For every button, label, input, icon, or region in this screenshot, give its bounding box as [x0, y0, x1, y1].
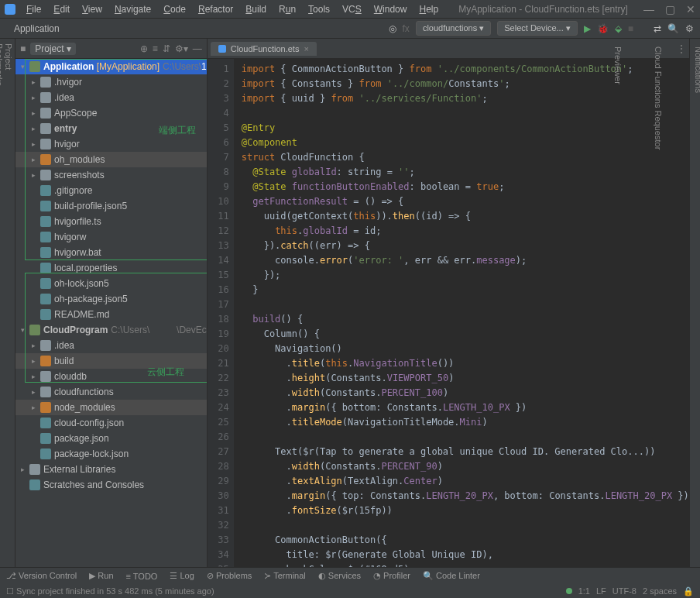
tree-row[interactable]: ▸.idea — [15, 338, 207, 353]
line-ending[interactable]: LF — [596, 586, 606, 596]
tab-label: CloudFunction.ets — [231, 44, 300, 53]
menu-help[interactable]: Help — [414, 2, 443, 16]
line-gutter: 1234567891011121314151617181920212223242… — [208, 59, 234, 567]
tree-row[interactable]: ▸.idea — [15, 90, 207, 105]
run-config-combo[interactable]: cloudfunctions ▾ — [416, 21, 491, 36]
menu-run[interactable]: Run — [274, 2, 300, 16]
tw-profiler[interactable]: ◔ Profiler — [373, 571, 410, 581]
device-combo[interactable]: Select Device... ▾ — [497, 21, 577, 36]
status-dot-icon — [566, 588, 572, 594]
lock-icon[interactable]: 🔒 — [683, 586, 694, 596]
tab-close-icon[interactable]: × — [304, 44, 308, 53]
tw-linter[interactable]: 🔍 Code Linter — [423, 571, 480, 581]
tree-row[interactable]: local.properties — [15, 260, 207, 276]
menu-edit[interactable]: Edit — [49, 2, 74, 16]
nav-toolbar: Application ◎ fx cloudfunctions ▾ Select… — [0, 19, 700, 39]
tw-problems[interactable]: ⊘ Problems — [207, 571, 252, 581]
app-logo-icon — [5, 4, 15, 15]
project-panel: ■ Project ▾ ⊕ ≡ ⇵ ⚙▾ — ▾Application [MyA… — [15, 39, 208, 567]
tw-services[interactable]: ◐ Services — [318, 571, 361, 581]
main-area: Project Bookmarks Structure ■ Project ▾ … — [0, 39, 700, 567]
minimize-icon[interactable]: — — [643, 3, 654, 15]
file-icon — [218, 45, 226, 53]
tree-row[interactable]: oh-package.json5 — [15, 291, 207, 307]
right-tab-cloudfn[interactable]: Cloud Functions Requestor — [654, 46, 663, 559]
breadcrumb[interactable]: Application — [14, 23, 60, 34]
tree-row[interactable]: ▸cloudfunctions — [15, 384, 207, 400]
tw-vcs[interactable]: ⎇ Version Control — [6, 571, 77, 581]
tree-row[interactable]: ▸AppScope — [15, 105, 207, 121]
tree-row[interactable]: ▸External Libraries — [15, 462, 207, 477]
tree-row[interactable]: package.json — [15, 431, 207, 446]
close-icon[interactable]: ✕ — [686, 3, 695, 15]
tree-row[interactable]: ▾Application [MyApplication]C:\Users\1 — [15, 59, 207, 74]
settings-icon[interactable]: ⚙ — [685, 23, 694, 34]
tool-window-bar: ⎇ Version Control ▶ Run ≡ TODO ☰ Log ⊘ P… — [0, 567, 700, 584]
left-tab-project[interactable]: Project — [4, 43, 13, 562]
tree-row[interactable]: package-lock.json — [15, 446, 207, 462]
tree-row[interactable]: ▾CloudProgramC:\Users\\DevEc — [15, 322, 207, 338]
tree-row[interactable]: oh-lock.json5 — [15, 276, 207, 291]
tw-terminal[interactable]: ≻ Terminal — [264, 571, 305, 581]
expand-icon[interactable]: ⇵ — [163, 43, 170, 54]
maximize-icon[interactable]: ▢ — [665, 3, 675, 15]
status-bar: ☐ Sync project finished in 53 s 482 ms (… — [0, 584, 700, 598]
menu-view[interactable]: View — [77, 2, 107, 16]
stop-icon[interactable]: ■ — [628, 23, 633, 34]
left-tab-bookmarks[interactable]: Bookmarks — [0, 43, 4, 562]
menu-build[interactable]: Build — [241, 2, 271, 16]
indent[interactable]: 2 spaces — [643, 586, 677, 596]
tree-row[interactable]: ▸hvigor — [15, 136, 207, 152]
left-gutter: Project Bookmarks Structure — [0, 39, 15, 567]
run-icon[interactable]: ▶ — [584, 23, 591, 34]
menu-navigate[interactable]: Navigate — [110, 2, 156, 16]
project-tree[interactable]: ▾Application [MyApplication]C:\Users\1▸.… — [15, 59, 207, 567]
tw-run[interactable]: ▶ Run — [89, 571, 113, 581]
sync-status: ☐ Sync project finished in 53 s 482 ms (… — [6, 586, 214, 596]
target-icon[interactable]: ◎ — [389, 23, 396, 34]
locate-icon[interactable]: ⊕ — [140, 43, 148, 54]
window-title: MyApplication - CloudFunction.ets [entry… — [443, 4, 643, 15]
tree-row[interactable]: ▸node_modules — [15, 400, 207, 415]
tree-row[interactable]: hvigorfile.ts — [15, 214, 207, 229]
right-tab-notifications[interactable]: Notifications — [694, 46, 700, 559]
debug-icon[interactable]: 🐞 — [597, 23, 609, 34]
more-icon[interactable]: ⋮ — [677, 43, 686, 54]
encoding[interactable]: UTF-8 — [612, 586, 637, 596]
menu-refactor[interactable]: Refactor — [194, 2, 238, 16]
sync-icon[interactable]: ⇄ — [654, 23, 661, 34]
menu-vcs[interactable]: VCS — [338, 2, 366, 16]
tree-row[interactable]: .gitignore — [15, 183, 207, 198]
menu-code[interactable]: Code — [159, 2, 190, 16]
project-panel-header: ■ Project ▾ ⊕ ≡ ⇵ ⚙▾ — — [15, 39, 207, 59]
tree-row[interactable]: README.md — [15, 307, 207, 322]
tree-row[interactable]: cloud-config.json — [15, 415, 207, 431]
collapse-icon[interactable]: ≡ — [153, 43, 158, 54]
search-icon[interactable]: 🔍 — [667, 23, 679, 34]
tree-row[interactable]: Scratches and Consoles — [15, 477, 207, 493]
tree-row[interactable]: ▸screenshots — [15, 167, 207, 183]
tree-row[interactable]: hvigorw — [15, 229, 207, 245]
project-view-combo[interactable]: Project ▾ — [30, 43, 76, 55]
right-tab-previewer[interactable]: Previewer — [613, 46, 623, 559]
menu-window[interactable]: Window — [369, 2, 412, 16]
caret-pos[interactable]: 1:1 — [578, 586, 590, 596]
tw-log[interactable]: ☰ Log — [170, 571, 194, 581]
menu-tools[interactable]: Tools — [304, 2, 335, 16]
menu-file[interactable]: File — [22, 2, 46, 16]
tree-row[interactable]: hvigorw.bat — [15, 245, 207, 260]
titlebar: File Edit View Navigate Code Refactor Bu… — [0, 0, 700, 19]
editor-tab[interactable]: CloudFunction.ets × — [211, 42, 317, 56]
main-menu: File Edit View Navigate Code Refactor Bu… — [22, 2, 443, 16]
tree-row[interactable]: build-profile.json5 — [15, 198, 207, 214]
tree-row[interactable]: ▸.hvigor — [15, 74, 207, 90]
gear-icon[interactable]: ⚙▾ — [175, 43, 188, 54]
tw-todo[interactable]: ≡ TODO — [126, 572, 158, 581]
coverage-icon[interactable]: ⬙ — [615, 23, 622, 34]
tree-row[interactable]: ▸oh_modules — [15, 152, 207, 167]
hide-icon[interactable]: — — [193, 43, 202, 54]
right-gutter: Notifications Cloud Functions Requestor … — [689, 39, 700, 567]
